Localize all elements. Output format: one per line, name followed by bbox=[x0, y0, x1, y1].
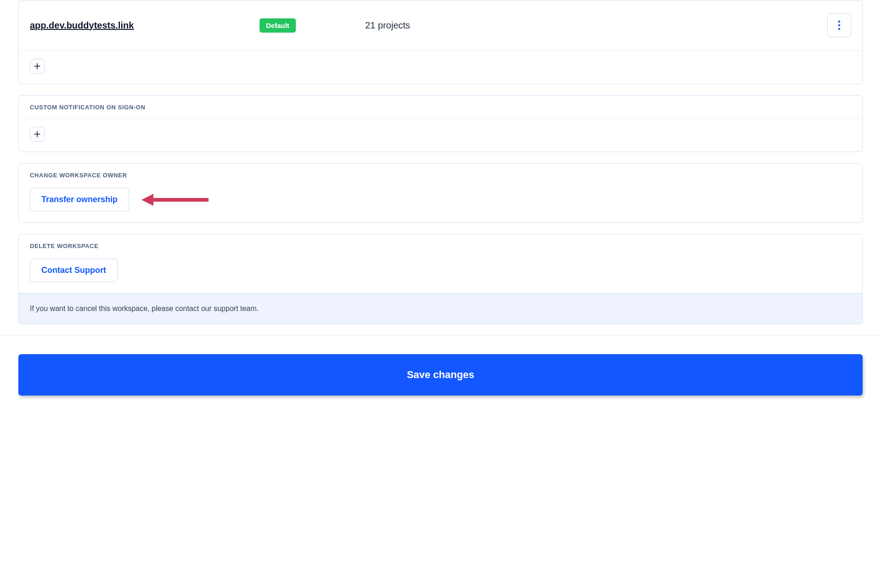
domain-link[interactable]: app.dev.buddytests.link bbox=[30, 20, 260, 31]
domain-more-button[interactable] bbox=[827, 13, 851, 37]
delete-workspace-title: DELETE WORKSPACE bbox=[19, 234, 862, 257]
contact-support-button[interactable]: Contact Support bbox=[30, 259, 118, 282]
svg-point-1 bbox=[838, 24, 841, 27]
notification-add-row bbox=[19, 119, 862, 152]
notification-title: CUSTOM NOTIFICATION ON SIGN-ON bbox=[19, 96, 862, 119]
plus-icon bbox=[34, 131, 40, 137]
add-domain-button[interactable] bbox=[30, 59, 45, 74]
domains-card: app.dev.buddytests.link Default 21 proje… bbox=[18, 0, 863, 84]
svg-point-2 bbox=[838, 28, 841, 30]
notification-card: CUSTOM NOTIFICATION ON SIGN-ON bbox=[18, 95, 863, 152]
delete-workspace-note: If you want to cancel this workspace, pl… bbox=[19, 293, 862, 324]
domain-row: app.dev.buddytests.link Default 21 proje… bbox=[19, 0, 862, 51]
more-vertical-icon bbox=[838, 20, 841, 31]
delete-workspace-card: DELETE WORKSPACE Contact Support If you … bbox=[18, 234, 863, 324]
plus-icon bbox=[34, 63, 40, 69]
svg-point-0 bbox=[838, 21, 841, 23]
save-changes-button[interactable]: Save changes bbox=[18, 354, 863, 396]
add-notification-button[interactable] bbox=[30, 127, 45, 141]
transfer-ownership-button[interactable]: Transfer ownership bbox=[30, 188, 129, 211]
domain-add-row bbox=[19, 51, 862, 84]
default-badge: Default bbox=[260, 18, 296, 33]
change-owner-title: CHANGE WORKSPACE OWNER bbox=[19, 164, 862, 186]
change-owner-card: CHANGE WORKSPACE OWNER Transfer ownershi… bbox=[18, 163, 863, 223]
domain-projects-count: 21 projects bbox=[365, 20, 819, 31]
domain-badge-cell: Default bbox=[260, 18, 365, 33]
save-bar: Save changes bbox=[0, 335, 881, 414]
